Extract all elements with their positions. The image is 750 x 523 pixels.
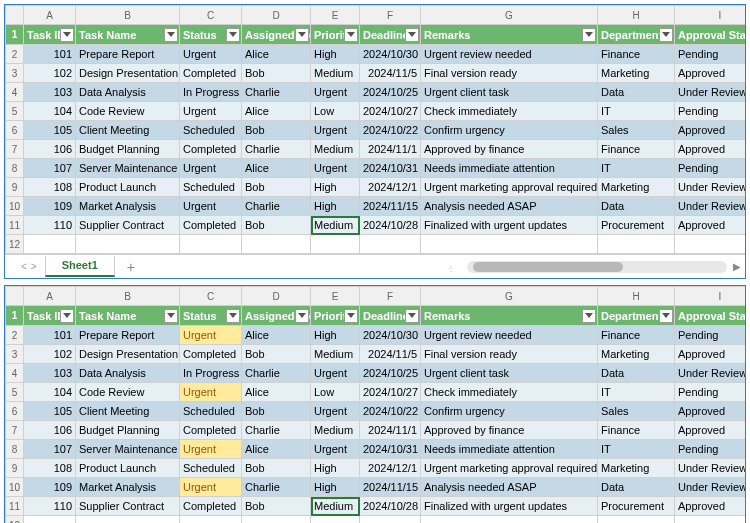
header-status[interactable]: Status xyxy=(180,306,242,326)
cell-F9[interactable]: 2024/12/1 xyxy=(360,178,421,197)
row-header-6[interactable]: 6 xyxy=(6,121,24,140)
tab-nav-next[interactable]: > xyxy=(31,261,37,272)
cell-H12[interactable] xyxy=(598,516,675,524)
header-department[interactable]: Department xyxy=(598,25,675,45)
cell-I11[interactable]: Approved xyxy=(675,216,746,235)
cell-H11[interactable]: Procurement xyxy=(598,497,675,516)
cell-E12[interactable] xyxy=(311,235,360,254)
cell-A4[interactable]: 103 xyxy=(24,364,76,383)
cell-H2[interactable]: Finance xyxy=(598,326,675,345)
cell-C3[interactable]: Completed xyxy=(180,64,242,83)
cell-F11[interactable]: 2024/10/28 xyxy=(360,497,421,516)
cell-G7[interactable]: Approved by finance xyxy=(421,140,598,159)
cell-F7[interactable]: 2024/11/1 xyxy=(360,421,421,440)
cell-F8[interactable]: 2024/10/31 xyxy=(360,440,421,459)
cell-F8[interactable]: 2024/10/31 xyxy=(360,159,421,178)
cell-A2[interactable]: 101 xyxy=(24,45,76,64)
cell-E10[interactable]: High xyxy=(311,197,360,216)
cell-D8[interactable]: Alice xyxy=(242,440,311,459)
cell-G11[interactable]: Finalized with urgent updates xyxy=(421,216,598,235)
cell-E3[interactable]: Medium xyxy=(311,64,360,83)
cell-I12[interactable] xyxy=(675,516,746,524)
cell-D6[interactable]: Bob xyxy=(242,402,311,421)
cell-F4[interactable]: 2024/10/25 xyxy=(360,364,421,383)
cell-G5[interactable]: Check immediately xyxy=(421,383,598,402)
tab-nav-prev[interactable]: < xyxy=(21,261,27,272)
cell-F10[interactable]: 2024/11/15 xyxy=(360,478,421,497)
cell-F5[interactable]: 2024/10/27 xyxy=(360,383,421,402)
header-assigned-to[interactable]: Assigned To xyxy=(242,306,311,326)
cell-C12[interactable] xyxy=(180,516,242,524)
cell-G8[interactable]: Needs immediate attention xyxy=(421,440,598,459)
cell-A10[interactable]: 109 xyxy=(24,478,76,497)
cell-C7[interactable]: Completed xyxy=(180,140,242,159)
col-header-B[interactable]: B xyxy=(76,287,180,306)
cell-H3[interactable]: Marketing xyxy=(598,345,675,364)
filter-dropdown-icon[interactable] xyxy=(60,309,74,323)
cell-H3[interactable]: Marketing xyxy=(598,64,675,83)
cell-F12[interactable] xyxy=(360,516,421,524)
cell-I12[interactable] xyxy=(675,235,746,254)
row-header-10[interactable]: 10 xyxy=(6,478,24,497)
cell-B2[interactable]: Prepare Report xyxy=(76,326,180,345)
cell-I10[interactable]: Under Review xyxy=(675,197,746,216)
select-all-corner[interactable] xyxy=(6,6,24,25)
header-approval-status[interactable]: Approval Status xyxy=(675,25,746,45)
cell-C5[interactable]: Urgent xyxy=(180,383,242,402)
cell-F12[interactable] xyxy=(360,235,421,254)
cell-A9[interactable]: 108 xyxy=(24,178,76,197)
cell-B3[interactable]: Design Presentation xyxy=(76,345,180,364)
cell-D12[interactable] xyxy=(242,516,311,524)
header-task-id[interactable]: Task ID xyxy=(24,306,76,326)
cell-E8[interactable]: Urgent xyxy=(311,159,360,178)
cell-I3[interactable]: Approved xyxy=(675,64,746,83)
cell-H5[interactable]: IT xyxy=(598,383,675,402)
cell-D12[interactable] xyxy=(242,235,311,254)
row-header-5[interactable]: 5 xyxy=(6,383,24,402)
cell-E6[interactable]: Urgent xyxy=(311,121,360,140)
cell-I9[interactable]: Under Review xyxy=(675,459,746,478)
row-header-10[interactable]: 10 xyxy=(6,197,24,216)
row-header-11[interactable]: 11 xyxy=(6,216,24,235)
header-remarks[interactable]: Remarks xyxy=(421,306,598,326)
cell-B10[interactable]: Market Analysis xyxy=(76,478,180,497)
cell-C7[interactable]: Completed xyxy=(180,421,242,440)
cell-G7[interactable]: Approved by finance xyxy=(421,421,598,440)
cell-G6[interactable]: Confirm urgency xyxy=(421,402,598,421)
cell-H11[interactable]: Procurement xyxy=(598,216,675,235)
cell-E2[interactable]: High xyxy=(311,45,360,64)
cell-B8[interactable]: Server Maintenance xyxy=(76,159,180,178)
col-header-A[interactable]: A xyxy=(24,287,76,306)
cell-E5[interactable]: Low xyxy=(311,383,360,402)
cell-G11[interactable]: Finalized with urgent updates xyxy=(421,497,598,516)
cell-E4[interactable]: Urgent xyxy=(311,364,360,383)
cell-F9[interactable]: 2024/12/1 xyxy=(360,459,421,478)
row-header-9[interactable]: 9 xyxy=(6,178,24,197)
cell-I8[interactable]: Pending xyxy=(675,159,746,178)
cell-F6[interactable]: 2024/10/22 xyxy=(360,121,421,140)
cell-D11[interactable]: Bob xyxy=(242,497,311,516)
header-priority[interactable]: Priority xyxy=(311,25,360,45)
cell-C4[interactable]: In Progress xyxy=(180,364,242,383)
cell-G6[interactable]: Confirm urgency xyxy=(421,121,598,140)
cell-E8[interactable]: Urgent xyxy=(311,440,360,459)
col-header-D[interactable]: D xyxy=(242,287,311,306)
header-department[interactable]: Department xyxy=(598,306,675,326)
cell-H9[interactable]: Marketing xyxy=(598,459,675,478)
row-header-6[interactable]: 6 xyxy=(6,402,24,421)
cell-A12[interactable] xyxy=(24,516,76,524)
cell-D4[interactable]: Charlie xyxy=(242,83,311,102)
cell-B7[interactable]: Budget Planning xyxy=(76,140,180,159)
cell-G10[interactable]: Analysis needed ASAP xyxy=(421,197,598,216)
cell-H12[interactable] xyxy=(598,235,675,254)
row-header-7[interactable]: 7 xyxy=(6,140,24,159)
scroll-right-icon[interactable]: ▶ xyxy=(733,261,741,272)
header-assigned-to[interactable]: Assigned To xyxy=(242,25,311,45)
cell-I7[interactable]: Approved xyxy=(675,421,746,440)
cell-I5[interactable]: Pending xyxy=(675,383,746,402)
filter-dropdown-icon[interactable] xyxy=(60,28,74,42)
cell-G12[interactable] xyxy=(421,516,598,524)
cell-A11[interactable]: 110 xyxy=(24,216,76,235)
header-remarks[interactable]: Remarks xyxy=(421,25,598,45)
cell-B10[interactable]: Market Analysis xyxy=(76,197,180,216)
